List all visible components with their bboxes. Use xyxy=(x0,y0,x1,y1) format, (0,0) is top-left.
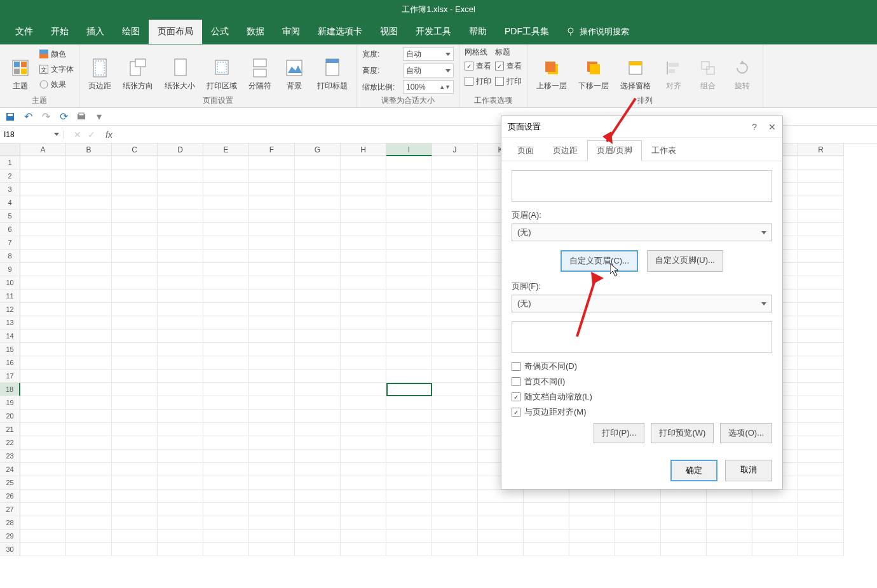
cell[interactable] xyxy=(386,410,432,423)
column-header[interactable]: B xyxy=(66,144,112,156)
ribbon-tab-7[interactable]: 审阅 xyxy=(273,20,309,44)
cell[interactable] xyxy=(386,223,432,236)
cell[interactable] xyxy=(112,356,158,370)
cell[interactable] xyxy=(20,463,66,476)
column-header[interactable]: J xyxy=(432,144,478,156)
dialog-tab-1[interactable]: 页边距 xyxy=(543,140,587,161)
cell[interactable] xyxy=(158,290,203,303)
cell[interactable] xyxy=(249,423,295,436)
cell[interactable] xyxy=(478,503,524,516)
headings-print-checkbox[interactable]: 打印 xyxy=(495,74,522,88)
cell[interactable] xyxy=(66,290,112,303)
cell[interactable] xyxy=(249,156,295,170)
cell[interactable] xyxy=(798,450,844,463)
cell[interactable] xyxy=(341,343,386,356)
cell[interactable] xyxy=(798,503,844,516)
row-header[interactable]: 2 xyxy=(0,170,20,183)
row-header[interactable]: 7 xyxy=(0,236,20,250)
cell[interactable] xyxy=(798,170,844,183)
cell[interactable] xyxy=(798,183,844,196)
cell[interactable] xyxy=(295,330,341,343)
footer-select[interactable]: (无) xyxy=(512,295,772,312)
scale-with-doc-checkbox[interactable]: ✓随文档自动缩放(L) xyxy=(512,391,772,403)
cell[interactable] xyxy=(112,543,158,556)
cell[interactable] xyxy=(432,303,478,316)
cell[interactable] xyxy=(798,476,844,490)
ribbon-tab-9[interactable]: 视图 xyxy=(371,20,407,44)
cell[interactable] xyxy=(20,423,66,436)
cell[interactable] xyxy=(432,250,478,263)
cell[interactable] xyxy=(432,450,478,463)
cell[interactable] xyxy=(66,436,112,450)
cell[interactable] xyxy=(341,530,386,543)
cell[interactable] xyxy=(66,530,112,543)
save-icon[interactable] xyxy=(5,112,15,122)
cell[interactable] xyxy=(798,276,844,290)
cell[interactable] xyxy=(112,503,158,516)
cell[interactable] xyxy=(798,463,844,476)
cell[interactable] xyxy=(112,223,158,236)
cell[interactable] xyxy=(432,503,478,516)
cell[interactable] xyxy=(20,223,66,236)
cell[interactable] xyxy=(203,396,249,410)
cell[interactable] xyxy=(158,196,203,210)
cell[interactable] xyxy=(112,516,158,530)
ribbon-tab-5[interactable]: 公式 xyxy=(202,20,238,44)
cell[interactable] xyxy=(432,396,478,410)
cell[interactable] xyxy=(386,196,432,210)
cell[interactable] xyxy=(798,250,844,263)
cell[interactable] xyxy=(295,316,341,330)
cell[interactable] xyxy=(341,210,386,223)
cell[interactable] xyxy=(249,436,295,450)
cell[interactable] xyxy=(386,396,432,410)
cell[interactable] xyxy=(295,476,341,490)
cell[interactable] xyxy=(386,290,432,303)
cell[interactable] xyxy=(432,276,478,290)
cell[interactable] xyxy=(112,476,158,490)
cell[interactable] xyxy=(112,396,158,410)
dialog-tab-0[interactable]: 页面 xyxy=(508,140,543,161)
column-header[interactable]: R xyxy=(798,144,844,156)
cell[interactable] xyxy=(432,410,478,423)
cell[interactable] xyxy=(524,503,569,516)
cell[interactable] xyxy=(203,263,249,276)
cell[interactable] xyxy=(249,396,295,410)
undo-icon[interactable]: ↶ xyxy=(23,112,33,122)
cell[interactable] xyxy=(112,330,158,343)
align-button[interactable]: 对齐 xyxy=(658,47,689,94)
cell[interactable] xyxy=(249,303,295,316)
cell[interactable] xyxy=(203,450,249,463)
cell[interactable] xyxy=(295,503,341,516)
cell[interactable] xyxy=(661,503,707,516)
cell[interactable] xyxy=(798,436,844,450)
cell[interactable] xyxy=(249,383,295,396)
cell[interactable] xyxy=(203,423,249,436)
cell[interactable] xyxy=(341,316,386,330)
cell[interactable] xyxy=(203,223,249,236)
cell[interactable] xyxy=(20,370,66,383)
cell[interactable] xyxy=(203,370,249,383)
cell[interactable] xyxy=(341,410,386,423)
cell[interactable] xyxy=(386,210,432,223)
cell[interactable] xyxy=(432,316,478,330)
cell[interactable] xyxy=(203,503,249,516)
cell[interactable] xyxy=(432,370,478,383)
cell[interactable] xyxy=(341,516,386,530)
cell[interactable] xyxy=(158,516,203,530)
cell[interactable] xyxy=(341,490,386,503)
rotate-button[interactable]: 旋转 xyxy=(727,47,758,94)
cell[interactable] xyxy=(20,290,66,303)
cell[interactable] xyxy=(203,303,249,316)
cell[interactable] xyxy=(295,156,341,170)
cell[interactable] xyxy=(341,383,386,396)
cell[interactable] xyxy=(524,530,569,543)
cell[interactable] xyxy=(295,450,341,463)
cell[interactable] xyxy=(341,463,386,476)
row-header[interactable]: 24 xyxy=(0,463,20,476)
cell[interactable] xyxy=(203,183,249,196)
cell[interactable] xyxy=(798,316,844,330)
cell[interactable] xyxy=(203,383,249,396)
cell[interactable] xyxy=(158,250,203,263)
row-header[interactable]: 8 xyxy=(0,250,20,263)
cell[interactable] xyxy=(798,236,844,250)
